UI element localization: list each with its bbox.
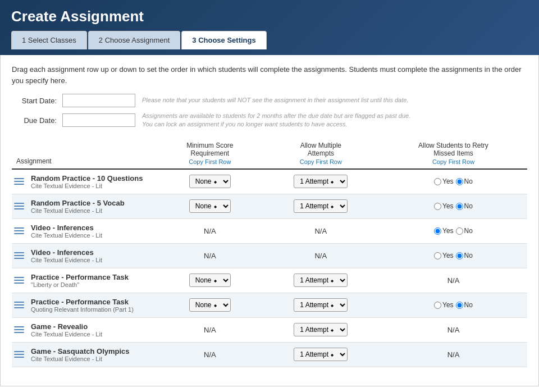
allow-multiple-cell: 1 Attempt ⬥: [262, 342, 380, 367]
assignment-info: Random Practice - 5 Vocab Cite Textual E…: [31, 199, 125, 214]
allow-multiple-cell: 1 Attempt ⬥: [262, 268, 380, 293]
due-date-row: Due Date: Assignments are available to s…: [12, 112, 527, 129]
retry-no-radio[interactable]: [456, 252, 463, 259]
assignment-cell: Practice - Performance Task "Liberty or …: [12, 268, 158, 293]
allow-multiple-cell: 1 Attempt ⬥: [262, 169, 380, 194]
assignment-info: Practice - Performance Task "Liberty or …: [31, 273, 129, 288]
copy-first-row-multiple[interactable]: Copy First Row: [267, 158, 375, 165]
retry-yes-radio[interactable]: [434, 252, 441, 259]
retry-yes-label[interactable]: Yes: [434, 252, 454, 259]
tab-select-classes[interactable]: 1 Select Classes: [11, 31, 87, 49]
tab-choose-assignment[interactable]: 2 Choose Assignment: [88, 31, 180, 49]
retry-yes-label[interactable]: Yes: [434, 177, 454, 185]
na-text: N/A: [447, 326, 460, 334]
main-content: Drag each assignment row up or down to s…: [0, 55, 539, 386]
retry-yes-radio[interactable]: [434, 227, 441, 235]
retry-missed-cell: Yes No: [380, 293, 527, 317]
retry-no-label[interactable]: No: [456, 202, 473, 210]
retry-no-label[interactable]: No: [456, 177, 473, 185]
drag-handle[interactable]: [14, 277, 25, 284]
assignment-name: Video - Inferences: [31, 248, 102, 257]
col-assignment: Assignment: [12, 138, 158, 169]
none-select[interactable]: None ⬥: [189, 274, 231, 287]
page-header: Create Assignment 1 Select Classes 2 Cho…: [0, 0, 539, 55]
none-select[interactable]: None ⬥: [189, 199, 231, 213]
na-text: N/A: [447, 276, 460, 285]
retry-no-label[interactable]: No: [456, 301, 473, 309]
table-row: Practice - Performance Task "Liberty or …: [12, 268, 527, 293]
attempt-select[interactable]: 1 Attempt ⬥: [294, 175, 348, 188]
assignment-info: Random Practice - 10 Questions Cite Text…: [31, 174, 143, 189]
table-row: Game - Revealio Cite Textual Evidence - …: [12, 317, 527, 342]
assignment-cell: Random Practice - 5 Vocab Cite Textual E…: [12, 194, 158, 218]
start-date-note: Please note that your students will NOT …: [142, 96, 408, 104]
drag-handle[interactable]: [14, 326, 25, 333]
retry-radio-group: Yes No: [384, 301, 523, 309]
table-row: Video - Inferences Cite Textual Evidence…: [12, 218, 527, 243]
drag-handle[interactable]: [14, 227, 25, 234]
assignment-sub: Cite Textual Evidence - Lit: [31, 183, 143, 189]
retry-radio-group: Yes No: [384, 202, 523, 210]
start-date-input[interactable]: [62, 94, 135, 107]
table-row: Video - Inferences Cite Textual Evidence…: [12, 243, 527, 268]
retry-yes-label[interactable]: Yes: [434, 227, 454, 235]
none-select[interactable]: None ⬥: [189, 298, 231, 312]
assignment-name: Practice - Performance Task: [31, 273, 129, 281]
assignment-name: Game - Sasquatch Olympics: [31, 347, 130, 355]
assignment-sub: Cite Textual Evidence - Lit: [31, 355, 130, 362]
start-date-label: Start Date:: [12, 97, 62, 105]
retry-no-radio[interactable]: [456, 203, 463, 210]
retry-yes-radio[interactable]: [434, 203, 441, 210]
none-select[interactable]: None ⬥: [189, 175, 231, 188]
attempt-select[interactable]: 1 Attempt ⬥: [294, 274, 348, 287]
min-score-cell: N/A: [158, 317, 262, 342]
drag-handle[interactable]: [14, 302, 25, 308]
assignment-cell: Game - Sasquatch Olympics Cite Textual E…: [12, 342, 158, 367]
na-text: N/A: [204, 326, 216, 334]
copy-first-row-min-score[interactable]: Copy First Row: [162, 158, 258, 165]
assignment-cell: Video - Inferences Cite Textual Evidence…: [12, 218, 158, 243]
retry-no-label[interactable]: No: [456, 227, 473, 235]
allow-multiple-cell: 1 Attempt ⬥: [262, 194, 380, 218]
assignment-info: Video - Inferences Cite Textual Evidence…: [31, 248, 102, 263]
retry-yes-radio[interactable]: [434, 178, 441, 185]
retry-no-radio[interactable]: [456, 302, 463, 309]
due-date-input[interactable]: [62, 113, 135, 127]
min-score-cell: None ⬥: [158, 293, 262, 317]
assignment-info: Practice - Performance Task Quoting Rele…: [31, 298, 134, 313]
retry-yes-label[interactable]: Yes: [434, 202, 454, 210]
assignments-table: Assignment Minimum ScoreRequirement Copy…: [12, 138, 527, 367]
tab-choose-settings[interactable]: 3 Choose Settings: [181, 31, 266, 49]
assignment-name: Random Practice - 10 Questions: [31, 174, 143, 183]
attempt-select[interactable]: 1 Attempt ⬥: [294, 298, 348, 312]
attempt-select[interactable]: 1 Attempt ⬥: [294, 348, 348, 361]
min-score-cell: None ⬥: [158, 194, 262, 218]
attempt-select[interactable]: 1 Attempt ⬥: [294, 199, 348, 213]
col-min-score: Minimum ScoreRequirement Copy First Row: [158, 138, 262, 169]
assignment-info: Game - Sasquatch Olympics Cite Textual E…: [31, 347, 130, 362]
col-allow-multiple: Allow MultipleAttempts Copy First Row: [262, 138, 380, 169]
assignment-cell: Random Practice - 10 Questions Cite Text…: [12, 169, 158, 194]
na-text: N/A: [314, 227, 327, 235]
table-row: Random Practice - 5 Vocab Cite Textual E…: [12, 194, 527, 218]
due-date-note: Assignments are available to students fo…: [142, 112, 412, 129]
drag-handle[interactable]: [14, 203, 25, 209]
assignment-name: Practice - Performance Task: [31, 298, 134, 306]
drag-handle[interactable]: [14, 178, 25, 185]
assignment-cell: Video - Inferences Cite Textual Evidence…: [12, 243, 158, 268]
drag-handle[interactable]: [14, 351, 25, 358]
retry-no-radio[interactable]: [456, 178, 463, 185]
assignment-name: Random Practice - 5 Vocab: [31, 199, 125, 207]
retry-missed-cell: N/A: [380, 317, 527, 342]
drag-handle[interactable]: [14, 252, 25, 259]
retry-no-radio[interactable]: [456, 227, 463, 235]
assignment-info: Video - Inferences Cite Textual Evidence…: [31, 224, 102, 239]
retry-yes-label[interactable]: Yes: [434, 301, 454, 309]
retry-yes-radio[interactable]: [434, 302, 441, 309]
copy-first-row-retry[interactable]: Copy First Row: [384, 158, 523, 165]
assignment-sub: "Liberty or Death": [31, 281, 129, 288]
retry-no-label[interactable]: No: [456, 252, 473, 259]
assignment-info: Game - Revealio Cite Textual Evidence - …: [31, 322, 102, 338]
start-date-row: Start Date: Please note that your studen…: [12, 94, 527, 107]
attempt-select[interactable]: 1 Attempt ⬥: [294, 323, 348, 336]
